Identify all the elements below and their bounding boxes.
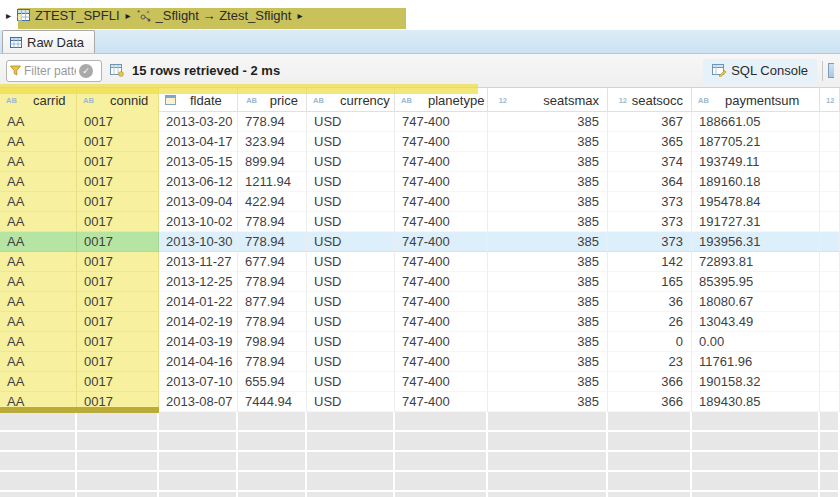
cell-seatsmax[interactable]: 385 — [488, 212, 608, 232]
cell-paymentsum[interactable]: 18080.67 — [692, 292, 820, 312]
cell-connid[interactable]: 0017 — [77, 132, 159, 152]
cell-price[interactable]: 655.94 — [238, 372, 307, 392]
table-row[interactable]: AA00172014-01-22877.94USD747-40038536180… — [0, 292, 840, 312]
cell-fldate[interactable]: 2014-03-19 — [159, 332, 238, 352]
cell-connid[interactable]: 0017 — [77, 152, 159, 172]
table-row[interactable]: AA00172013-03-20778.94USD747-40038536718… — [0, 112, 840, 132]
cell-seatsocc[interactable]: 365 — [608, 132, 692, 152]
cell-currency[interactable]: USD — [307, 372, 395, 392]
cell-seatsocc[interactable]: 374 — [608, 152, 692, 172]
cell-price[interactable]: 877.94 — [238, 292, 307, 312]
table-row[interactable]: AA00172013-04-17323.94USD747-40038536518… — [0, 132, 840, 152]
cell-connid[interactable]: 0017 — [77, 312, 159, 332]
cell-carrid[interactable]: AA — [0, 272, 77, 292]
column-header-connid[interactable]: ABconnid — [77, 88, 159, 112]
column-header-seatsmax[interactable]: 12seatsmax — [488, 88, 608, 112]
cell-extra[interactable] — [820, 112, 840, 132]
cell-connid[interactable]: 0017 — [77, 172, 159, 192]
cell-fldate[interactable]: 2014-04-16 — [159, 352, 238, 372]
column-header-carrid[interactable]: ABcarrid — [0, 88, 77, 112]
cell-price[interactable]: 899.94 — [238, 152, 307, 172]
cell-currency[interactable]: USD — [307, 392, 395, 412]
cell-paymentsum[interactable]: 193956.31 — [692, 232, 820, 252]
cell-carrid[interactable]: AA — [0, 352, 77, 372]
cell-carrid[interactable]: AA — [0, 212, 77, 232]
cell-paymentsum[interactable]: 190158.32 — [692, 372, 820, 392]
breadcrumb-expander-icon[interactable]: ▸ — [6, 10, 11, 21]
cell-fldate[interactable]: 2014-02-19 — [159, 312, 238, 332]
cell-extra[interactable] — [820, 332, 840, 352]
cell-fldate[interactable]: 2013-11-27 — [159, 252, 238, 272]
cell-seatsocc[interactable]: 373 — [608, 232, 692, 252]
table-row[interactable]: AA00172013-06-121211.94USD747-4003853641… — [0, 172, 840, 192]
cell-currency[interactable]: USD — [307, 192, 395, 212]
truncated-toolbar-icon[interactable] — [828, 63, 834, 78]
cell-price[interactable]: 422.94 — [238, 192, 307, 212]
filter-pattern-box[interactable]: ✓ — [6, 60, 102, 82]
column-header-fldate[interactable]: fldate — [159, 88, 238, 112]
cell-fldate[interactable]: 2014-01-22 — [159, 292, 238, 312]
cell-extra[interactable] — [820, 252, 840, 272]
cell-currency[interactable]: USD — [307, 292, 395, 312]
cell-planetype[interactable]: 747-400 — [395, 192, 488, 212]
cell-seatsmax[interactable]: 385 — [488, 392, 608, 412]
cell-connid[interactable]: 0017 — [77, 212, 159, 232]
cell-connid[interactable]: 0017 — [77, 232, 159, 252]
cell-extra[interactable] — [820, 272, 840, 292]
cell-seatsocc[interactable]: 26 — [608, 312, 692, 332]
cell-currency[interactable]: USD — [307, 272, 395, 292]
column-header-paymentsum[interactable]: ABpaymentsum — [692, 88, 820, 112]
cell-carrid[interactable]: AA — [0, 152, 77, 172]
table-row[interactable]: AA00172013-10-02778.94USD747-40038537319… — [0, 212, 840, 232]
cell-extra[interactable] — [820, 352, 840, 372]
tab-raw-data[interactable]: Raw Data — [2, 30, 95, 53]
cell-paymentsum[interactable]: 189160.18 — [692, 172, 820, 192]
table-row[interactable]: AA00172013-10-30778.94USD747-40038537319… — [0, 232, 840, 252]
cell-currency[interactable]: USD — [307, 112, 395, 132]
cell-planetype[interactable]: 747-400 — [395, 372, 488, 392]
cell-extra[interactable] — [820, 152, 840, 172]
cell-carrid[interactable]: AA — [0, 172, 77, 192]
cell-fldate[interactable]: 2013-10-02 — [159, 212, 238, 232]
cell-carrid[interactable]: AA — [0, 192, 77, 212]
cell-extra[interactable] — [820, 192, 840, 212]
cell-connid[interactable]: 0017 — [77, 372, 159, 392]
cell-paymentsum[interactable]: 85395.95 — [692, 272, 820, 292]
cell-currency[interactable]: USD — [307, 352, 395, 372]
cell-planetype[interactable]: 747-400 — [395, 132, 488, 152]
cell-price[interactable]: 798.94 — [238, 332, 307, 352]
cell-seatsmax[interactable]: 385 — [488, 372, 608, 392]
cell-currency[interactable]: USD — [307, 312, 395, 332]
cell-price[interactable]: 323.94 — [238, 132, 307, 152]
column-header-seatsocc[interactable]: 12seatsocc — [608, 88, 692, 112]
cell-seatsocc[interactable]: 367 — [608, 112, 692, 132]
cell-connid[interactable]: 0017 — [77, 112, 159, 132]
table-row[interactable]: AA00172014-03-19798.94USD747-40038500.00 — [0, 332, 840, 352]
cell-extra[interactable] — [820, 132, 840, 152]
column-header-extra[interactable]: 12 — [820, 88, 840, 112]
cell-seatsmax[interactable]: 385 — [488, 192, 608, 212]
cell-seatsocc[interactable]: 142 — [608, 252, 692, 272]
cell-price[interactable]: 778.94 — [238, 112, 307, 132]
cell-currency[interactable]: USD — [307, 172, 395, 192]
cell-paymentsum[interactable]: 189430.85 — [692, 392, 820, 412]
cell-carrid[interactable]: AA — [0, 292, 77, 312]
cell-paymentsum[interactable]: 11761.96 — [692, 352, 820, 372]
cell-seatsocc[interactable]: 366 — [608, 392, 692, 412]
cell-seatsocc[interactable]: 23 — [608, 352, 692, 372]
cell-extra[interactable] — [820, 392, 840, 412]
column-header-planetype[interactable]: ABplanetype — [395, 88, 488, 112]
cell-currency[interactable]: USD — [307, 212, 395, 232]
table-row[interactable]: AA00172013-12-25778.94USD747-40038516585… — [0, 272, 840, 292]
cell-seatsocc[interactable]: 165 — [608, 272, 692, 292]
cell-seatsocc[interactable]: 364 — [608, 172, 692, 192]
table-row[interactable]: AA00172013-11-27677.94USD747-40038514272… — [0, 252, 840, 272]
table-row[interactable]: AA00172013-05-15899.94USD747-40038537419… — [0, 152, 840, 172]
chevron-right-icon[interactable]: ▸ — [297, 10, 302, 21]
cell-paymentsum[interactable]: 0.00 — [692, 332, 820, 352]
cell-fldate[interactable]: 2013-03-20 — [159, 112, 238, 132]
breadcrumb-item-association[interactable]: * _Sflight → Ztest_Sflight — [137, 8, 292, 23]
cell-seatsmax[interactable]: 385 — [488, 112, 608, 132]
cell-paymentsum[interactable]: 13043.49 — [692, 312, 820, 332]
cell-price[interactable]: 778.94 — [238, 352, 307, 372]
